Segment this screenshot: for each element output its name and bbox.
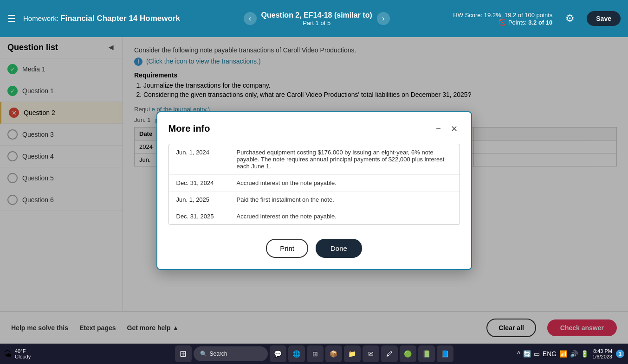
question-part: Part 1 of 5 [261,19,372,26]
print-button[interactable]: Print [266,239,308,258]
search-placeholder: Search [210,351,227,357]
points-line: 🚫 Points: 3.2 of 10 [453,19,552,26]
notification-badge[interactable]: 1 [616,350,624,358]
table-row: Jun. 1, 2024 Purchased equipment costing… [169,144,460,175]
system-tray-icon[interactable]: ^ [517,350,520,358]
next-question-button[interactable]: › [377,12,390,25]
weather-desc: Cloudy [15,354,31,359]
taskbar: 🌤 40°F Cloudy ⊞ 🔍 Search 💬 🌐 ⊞ 📦 📁 ✉ 🖊 🟢… [0,344,628,364]
hw-score-section: HW Score: 19.2%, 19.2 of 100 points 🚫 Po… [453,12,552,26]
settings-gear-button[interactable]: ⚙ [565,13,575,25]
transaction-date: Dec. 31, 2024 [169,174,229,191]
edge-button[interactable]: 🌐 [288,345,305,362]
more-info-modal: More info − ✕ Jun. 1, 2024 Purchased equ… [156,111,472,270]
weather-icon: 🌤 [4,349,12,359]
transaction-date: Dec. 31, 2025 [169,208,229,224]
modal-footer: Print Done [168,239,460,258]
no-submit-icon: 🚫 [499,19,506,26]
hw-label: Homework: [23,14,58,22]
table-row: Dec. 31, 2024 Accrued interest on the no… [169,174,460,191]
excel-button[interactable]: 📗 [418,345,435,362]
volume-icon[interactable]: 🔊 [570,350,578,358]
windows-start-button[interactable]: ⊞ [175,345,192,362]
modal-title: More info [168,123,210,134]
modal-controls: − ✕ [433,123,460,134]
prev-question-button[interactable]: ‹ [244,12,257,25]
chrome-button[interactable]: 🟢 [400,345,416,362]
transaction-description: Paid the first installment on the note. [229,191,460,208]
table-row: Dec. 31, 2025 Accrued interest on the no… [169,208,460,224]
transaction-description: Purchased equipment costing $176,000 by … [229,144,460,175]
hw-score-line: HW Score: 19.2%, 19.2 of 100 points [453,12,552,19]
modal-titlebar: More info − ✕ [168,123,460,134]
points-value: 3.2 of 10 [528,19,552,26]
hw-title-text: Financial Chapter 14 Homework [60,14,180,23]
modal-transactions-table: Jun. 1, 2024 Purchased equipment costing… [169,144,460,224]
table-row: Jun. 1, 2025 Paid the first installment … [169,191,460,208]
hamburger-icon[interactable]: ☰ [7,13,16,24]
apps-button[interactable]: ⊞ [307,345,324,362]
minimize-button[interactable]: − [433,123,444,134]
temperature: 40°F [15,348,26,354]
search-bar[interactable]: 🔍 Search [194,346,268,361]
hw-title-group: Homework: Financial Chapter 14 Homework [23,14,180,23]
sync-icon[interactable]: 🔄 [523,350,531,358]
weather-widget: 40°F Cloudy [15,348,31,359]
taskbar-right: ^ 🔄 ▭ ENG 📶 🔊 🔋 8:43 PM 1/6/2023 1 [517,348,624,359]
top-nav: ☰ Homework: Financial Chapter 14 Homewor… [0,0,628,37]
time-display: 8:43 PM [592,348,612,354]
transaction-description: Accrued interest on the note payable. [229,174,460,191]
modal-table-wrapper: Jun. 1, 2024 Purchased equipment costing… [168,144,460,225]
taskbar-center: ⊞ 🔍 Search 💬 🌐 ⊞ 📦 📁 ✉ 🖊 🟢 📗 📘 [175,345,453,362]
transaction-description: Accrued interest on the note payable. [229,208,460,224]
transaction-date: Jun. 1, 2025 [169,191,229,208]
hw-score-value: 19.2%, 19.2 of 100 points [484,12,552,19]
notes-button[interactable]: 🖊 [381,345,398,362]
date-display: 1/6/2023 [592,354,612,359]
hw-score-label: HW Score: [453,12,482,19]
question-info: Question 2, EF14-18 (similar to) Part 1 … [261,11,372,26]
display-icon[interactable]: ▭ [534,350,540,358]
battery-icon[interactable]: 🔋 [581,350,589,358]
modal-overlay: More info − ✕ Jun. 1, 2024 Purchased equ… [0,37,628,344]
search-icon: 🔍 [200,351,207,357]
language-label[interactable]: ENG [543,350,557,358]
save-button[interactable]: Save [587,11,621,26]
sys-icons: ^ 🔄 ▭ ENG 📶 🔊 🔋 [517,350,589,358]
teams-button[interactable]: 💬 [270,345,286,362]
done-button[interactable]: Done [316,239,362,258]
clock: 8:43 PM 1/6/2023 [592,348,612,359]
close-button[interactable]: ✕ [449,123,460,134]
points-label: Points: [508,19,527,26]
taskbar-left: 🌤 40°F Cloudy [4,348,31,359]
question-title: Question 2, EF14-18 (similar to) [261,11,372,19]
wifi-icon[interactable]: 📶 [559,350,567,358]
word-button[interactable]: 📘 [437,345,453,362]
transaction-date: Jun. 1, 2024 [169,144,229,175]
question-nav: ‹ Question 2, EF14-18 (similar to) Part … [244,11,390,26]
files-button[interactable]: 📁 [344,345,361,362]
mail-button[interactable]: ✉ [363,345,379,362]
dropbox-button[interactable]: 📦 [325,345,342,362]
